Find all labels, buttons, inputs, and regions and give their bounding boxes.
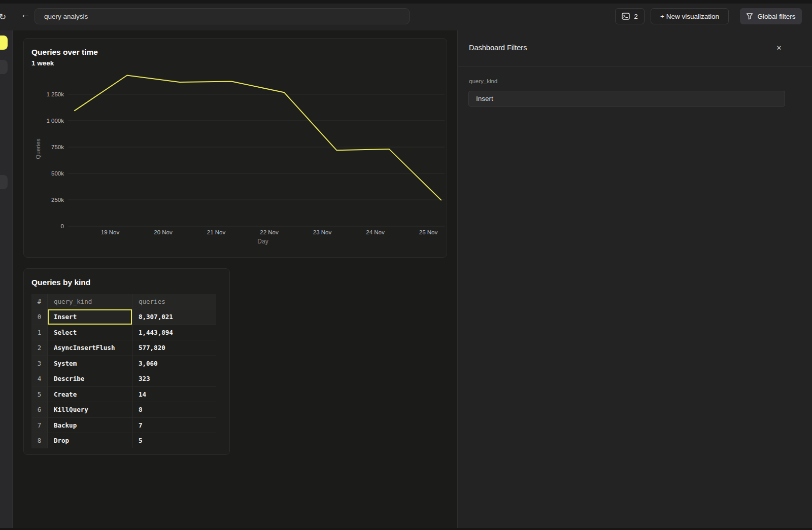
table-row: 3System3,060: [31, 356, 216, 371]
table-row: 2AsyncInsertFlush577,820: [31, 340, 216, 356]
queries-value-cell: 577,820: [132, 340, 216, 356]
table-header-row: #query_kindqueries: [31, 294, 216, 309]
x-tick-label: 20 Nov: [154, 229, 173, 235]
queries-value-cell: 7: [132, 418, 216, 433]
table-row: 0Insert8,307,021: [31, 309, 216, 325]
query-kind-cell[interactable]: Drop: [47, 433, 132, 448]
queries-over-time-chart: 0250k500k750k1 000k1 250k19 Nov20 Nov21 …: [24, 68, 448, 251]
queries-value-cell: 8: [132, 402, 216, 417]
queries-table: #query_kindqueries0Insert8,307,0211Selec…: [31, 294, 216, 448]
query-kind-filter-input[interactable]: [468, 91, 785, 107]
query-kind-cell[interactable]: Backup: [47, 418, 132, 433]
close-icon[interactable]: ✕: [773, 43, 785, 54]
dashboard-title-input[interactable]: [35, 8, 410, 24]
new-visualization-label: + New visualization: [660, 13, 719, 20]
left-sidebar: [0, 30, 13, 530]
queries-by-kind-card: Queries by kind #query_kindqueries0Inser…: [23, 268, 230, 455]
sidebar-item[interactable]: [0, 60, 8, 74]
x-tick-label: 25 Nov: [419, 229, 438, 235]
row-index-cell: 1: [31, 325, 47, 340]
row-index-cell: 8: [31, 433, 47, 448]
y-tick-label: 500k: [51, 170, 64, 176]
refresh-icon[interactable]: ↻: [0, 11, 9, 23]
y-tick-label: 0: [61, 223, 64, 229]
y-tick-label: 1 250k: [46, 91, 64, 97]
sidebar-item[interactable]: [0, 175, 8, 189]
y-axis-title: Queries: [35, 138, 41, 159]
row-index-cell: 5: [31, 387, 47, 402]
table-row: 1Select1,443,894: [31, 325, 216, 340]
terminal-icon: [622, 13, 630, 20]
row-index-cell: 7: [31, 418, 47, 433]
sidebar-item-active[interactable]: [0, 36, 8, 50]
chart-card-title: Queries over time: [31, 48, 98, 57]
query-kind-cell[interactable]: System: [47, 356, 132, 371]
query-kind-cell[interactable]: KillQuery: [47, 402, 132, 417]
funnel-icon: [746, 13, 753, 20]
queries-over-time-card: Queries over time 1 week 0250k500k750k1 …: [23, 38, 447, 258]
query-kind-cell[interactable]: Insert: [47, 309, 132, 325]
y-tick-label: 750k: [51, 144, 64, 150]
chart-line[interactable]: [75, 76, 441, 200]
column-header-queries[interactable]: queries: [132, 294, 216, 309]
panel-divider: [458, 66, 812, 67]
queries-value-cell: 14: [132, 387, 216, 402]
row-index-cell: 2: [31, 340, 47, 356]
x-tick-label: 23 Nov: [313, 229, 332, 235]
console-count-button[interactable]: 2: [615, 8, 645, 24]
window-top-strip: [0, 0, 812, 4]
new-visualization-button[interactable]: + New visualization: [651, 8, 729, 24]
filter-field-label: query_kind: [469, 78, 497, 84]
query-kind-cell[interactable]: Select: [47, 325, 132, 340]
global-filters-label: Global filters: [757, 13, 795, 20]
table-card-title: Queries by kind: [31, 278, 90, 287]
console-count: 2: [634, 13, 638, 20]
table-row: 4Describe323: [31, 371, 216, 386]
x-tick-label: 21 Nov: [207, 229, 226, 235]
y-tick-label: 1 000k: [46, 118, 64, 124]
column-header-query-kind[interactable]: query_kind: [47, 294, 132, 309]
dashboard-filters-panel: Dashboard Filters ✕ query_kind: [457, 30, 812, 530]
queries-value-cell: 1,443,894: [132, 325, 216, 340]
global-filters-button[interactable]: Global filters: [740, 8, 802, 24]
x-tick-label: 24 Nov: [366, 229, 385, 235]
y-tick-label: 250k: [51, 197, 64, 203]
topbar: ↻ ← 2 + New visualization Global filters: [0, 4, 812, 30]
queries-value-cell: 3,060: [132, 356, 216, 371]
chart-card-subtitle: 1 week: [31, 59, 54, 67]
x-tick-label: 19 Nov: [101, 229, 120, 235]
row-index-cell: 3: [31, 356, 47, 371]
x-axis-title: Day: [257, 238, 268, 245]
row-index-cell: 4: [31, 371, 47, 386]
table-row: 8Drop5: [31, 433, 216, 448]
queries-value-cell: 8,307,021: [132, 309, 216, 325]
queries-value-cell: 323: [132, 371, 216, 386]
window-bottom-strip: [0, 528, 812, 530]
queries-value-cell: 5: [132, 433, 216, 448]
dashboard-canvas: Queries over time 1 week 0250k500k750k1 …: [13, 30, 457, 530]
table-row: 5Create14: [31, 386, 216, 402]
query-kind-cell[interactable]: Create: [47, 387, 132, 402]
query-kind-cell[interactable]: AsyncInsertFlush: [47, 340, 132, 356]
x-tick-label: 22 Nov: [260, 229, 279, 235]
filters-panel-title: Dashboard Filters: [469, 44, 527, 52]
back-button[interactable]: ←: [19, 9, 31, 21]
row-index-cell: 0: [31, 309, 47, 325]
column-header-index[interactable]: #: [31, 294, 47, 309]
table-row: 6KillQuery8: [31, 402, 216, 417]
table-row: 7Backup7: [31, 417, 216, 433]
row-index-cell: 6: [31, 402, 47, 417]
query-kind-cell[interactable]: Describe: [47, 371, 132, 386]
